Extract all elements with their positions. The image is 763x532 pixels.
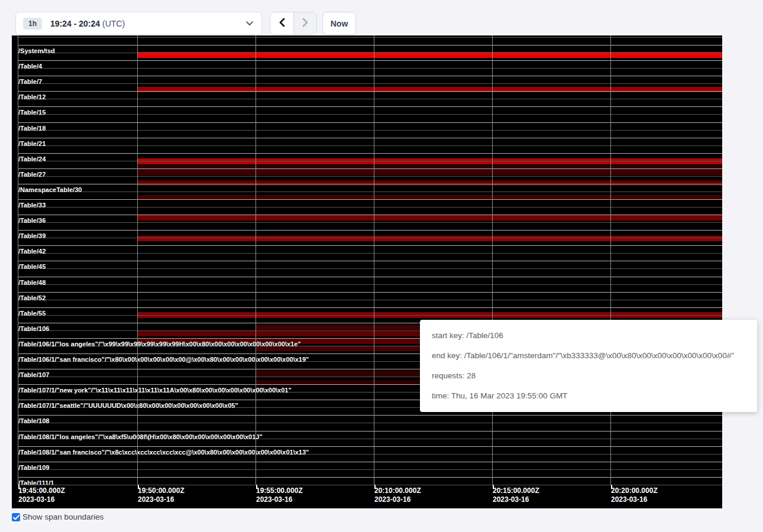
span-boundary-line bbox=[18, 138, 722, 138]
row-label: /Table/108/1/"los angeles"/"\xa8\xf5\u00… bbox=[18, 433, 263, 440]
row-label: /Table/12 bbox=[18, 93, 46, 100]
row-label: /Table/39 bbox=[18, 232, 46, 239]
row-label: /Table/55 bbox=[18, 310, 46, 317]
timezone-text: (UTC) bbox=[102, 19, 125, 28]
gridline-horizontal bbox=[18, 161, 722, 161]
now-button[interactable]: Now bbox=[322, 12, 356, 35]
gridline-horizontal bbox=[18, 130, 722, 131]
row-label: /Table/27 bbox=[18, 171, 46, 178]
span-boundary-line bbox=[18, 415, 722, 416]
gridline-horizontal bbox=[18, 68, 722, 69]
chevron-left-icon bbox=[277, 17, 287, 30]
span-boundary-line bbox=[18, 199, 722, 200]
gridline-horizontal bbox=[18, 253, 722, 254]
gridline-horizontal bbox=[18, 222, 722, 223]
heat-band bbox=[137, 180, 722, 186]
gridline-horizontal bbox=[18, 53, 722, 53]
gridline-horizontal bbox=[18, 37, 722, 38]
row-label: /Table/108 bbox=[18, 417, 49, 424]
row-label: /System/tsd bbox=[18, 47, 55, 54]
gridline-vertical bbox=[374, 35, 374, 485]
tooltip-start-key: start key: /Table/106 bbox=[432, 330, 745, 342]
x-axis-label: 20:20:00.000Z2023-03-16 bbox=[611, 486, 658, 504]
span-boundary-line bbox=[18, 76, 722, 76]
time-range-select[interactable]: 1h 19:24 - 20:24 (UTC) bbox=[15, 12, 262, 35]
show-span-boundaries-checkbox[interactable] bbox=[12, 513, 20, 521]
axis-time: 20:10:00.000Z bbox=[374, 486, 421, 495]
row-label: /Table/21 bbox=[18, 140, 46, 147]
row-label: /Table/48 bbox=[18, 279, 46, 286]
time-range-text: 19:24 - 20:24 (UTC) bbox=[50, 19, 125, 28]
gridline-horizontal bbox=[18, 469, 722, 470]
span-boundary-line bbox=[18, 215, 722, 215]
gridline-horizontal bbox=[18, 268, 722, 269]
heat-band bbox=[137, 158, 722, 164]
row-label: /Table/107 bbox=[18, 371, 49, 378]
axis-time: 19:55:00.000Z bbox=[256, 486, 303, 495]
x-axis-label: 20:15:00.000Z2023-03-16 bbox=[493, 486, 539, 504]
gridline-horizontal bbox=[18, 176, 722, 177]
row-label: /Table/106/1/"san francisco"/"\x80\x00\x… bbox=[18, 356, 309, 363]
heat-band bbox=[137, 170, 722, 176]
row-label: /Table/109 bbox=[18, 464, 49, 471]
axis-date: 2023-03-16 bbox=[256, 495, 303, 504]
hover-tooltip: start key: /Table/106 end key: /Table/10… bbox=[420, 320, 757, 412]
row-label: /Table/107/1/"seattle"/"UUUUUUD\x00\x80\… bbox=[18, 402, 238, 409]
check-icon bbox=[13, 512, 20, 523]
gridline-horizontal bbox=[18, 114, 722, 115]
row-label: /Table/33 bbox=[18, 202, 46, 209]
axis-date: 2023-03-16 bbox=[18, 495, 65, 504]
gridline-horizontal bbox=[18, 300, 722, 300]
span-boundary-line bbox=[18, 60, 722, 61]
heatmap-canvas[interactable]: /System/tsd/Table/4/Table/7/Table/12/Tab… bbox=[12, 35, 722, 508]
x-axis-label: 19:50:00.000Z2023-03-16 bbox=[138, 486, 185, 504]
span-boundary-line bbox=[18, 45, 722, 46]
gridline-horizontal bbox=[18, 315, 722, 316]
time-range-value: 19:24 - 20:24 bbox=[50, 19, 100, 28]
chevron-down-icon bbox=[246, 21, 253, 26]
span-boundary-line bbox=[18, 91, 722, 92]
span-boundary-line bbox=[18, 446, 722, 447]
axis-date: 2023-03-16 bbox=[611, 495, 658, 504]
row-label: /Table/18 bbox=[18, 125, 46, 132]
axis-time: 20:15:00.000Z bbox=[493, 486, 539, 495]
footer: Show span boundaries bbox=[12, 512, 104, 521]
prev-time-button[interactable] bbox=[270, 12, 293, 34]
span-boundary-line bbox=[18, 122, 722, 123]
duration-badge: 1h bbox=[23, 18, 42, 30]
axis-time: 19:45:00.000Z bbox=[18, 486, 65, 495]
gridline-horizontal bbox=[18, 238, 722, 238]
row-label: /Table/45 bbox=[18, 263, 46, 270]
row-label: /Table/15 bbox=[18, 109, 46, 116]
span-boundary-line bbox=[18, 431, 722, 432]
tooltip-time: time: Thu, 16 Mar 2023 19:55:00 GMT bbox=[432, 390, 745, 402]
time-nav-group bbox=[270, 12, 317, 35]
gridline-vertical bbox=[18, 35, 18, 485]
x-axis-label: 19:55:00.000Z2023-03-16 bbox=[256, 486, 303, 504]
span-boundary-line bbox=[18, 307, 722, 308]
row-label: /Table/4 bbox=[18, 63, 42, 70]
gridline-horizontal bbox=[18, 207, 722, 207]
row-label: /Table/52 bbox=[18, 294, 46, 301]
span-boundary-line bbox=[18, 477, 722, 478]
tooltip-requests: requests: 28 bbox=[432, 370, 745, 382]
row-label: /Table/42 bbox=[18, 248, 46, 255]
heat-band bbox=[137, 236, 722, 242]
span-boundary-line bbox=[18, 153, 722, 154]
row-label: /Table/106 bbox=[18, 325, 49, 332]
gridline-vertical bbox=[137, 35, 138, 485]
next-time-button[interactable] bbox=[293, 12, 316, 34]
span-boundary-line bbox=[18, 168, 722, 169]
chevron-right-icon bbox=[300, 17, 310, 30]
span-boundary-line bbox=[18, 184, 722, 184]
x-axis-label: 19:45:00.000Z2023-03-16 bbox=[18, 486, 65, 504]
span-boundary-line bbox=[18, 292, 722, 293]
gridline-horizontal bbox=[18, 145, 722, 146]
gridline-horizontal bbox=[18, 83, 722, 84]
span-boundary-line bbox=[18, 462, 722, 462]
row-label: /Table/106/1/"los angeles"/"\x99\x99\x99… bbox=[18, 340, 301, 348]
gridline-vertical bbox=[610, 35, 611, 485]
gridline-vertical bbox=[256, 35, 256, 485]
heat-band bbox=[137, 215, 722, 221]
row-label: /Table/36 bbox=[18, 217, 46, 224]
